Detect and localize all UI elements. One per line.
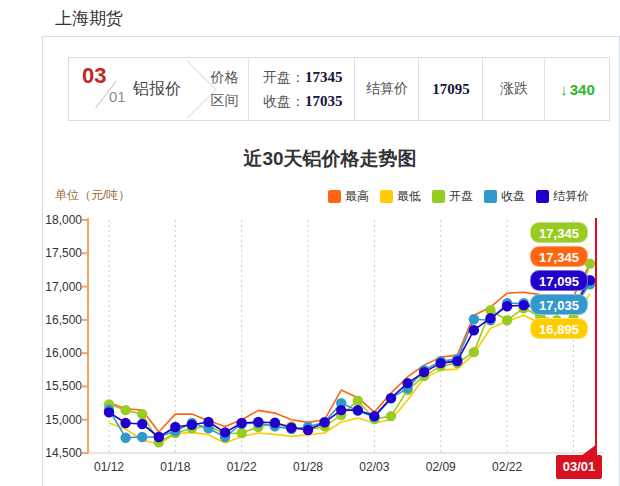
data-point-settle [452,356,462,366]
data-point-settle [419,367,429,377]
current-date-marker-line [595,218,597,456]
x-tick-label: 02/03 [352,460,396,474]
y-tick-label: 14,500 [36,446,82,460]
y-tick-label: 17,500 [36,246,82,260]
data-point-settle [319,417,329,427]
data-point-settle [436,358,446,368]
data-point-settle [469,325,479,335]
value-badge-high: 17,345 [530,246,588,267]
value-badge-settle: 17,095 [530,270,588,291]
data-point-open [469,347,479,357]
data-point-settle [154,432,164,442]
x-tick-label: 01/22 [220,460,264,474]
series-line-low [109,294,590,444]
data-point-open [386,411,396,421]
data-point-close [137,432,147,442]
data-point-close [469,314,479,324]
data-point-settle [402,378,412,388]
price-trend-chart-canvas[interactable] [0,0,620,486]
data-point-settle [237,418,247,428]
data-point-settle [203,417,213,427]
x-tick-label: 01/28 [286,460,330,474]
data-point-settle [220,427,230,437]
data-point-settle [502,301,512,311]
data-point-settle [104,407,114,417]
data-point-settle [369,411,379,421]
data-point-open [137,409,147,419]
series-line-open [109,264,590,443]
value-badge-close: 17,035 [530,294,588,315]
x-tick-label: 02/22 [485,460,529,474]
data-point-settle [353,405,363,415]
data-point-open [120,405,130,415]
y-tick-label: 15,000 [36,413,82,427]
y-tick-label: 18,000 [36,213,82,227]
x-tick-label: 01/18 [153,460,197,474]
data-point-settle [270,418,280,428]
data-point-settle [137,419,147,429]
x-tick-label: 01/12 [87,460,131,474]
data-point-settle [120,418,130,428]
data-point-settle [187,420,197,430]
data-point-open [502,315,512,325]
data-point-settle [253,417,263,427]
data-point-close [120,433,130,443]
y-tick-label: 17,000 [36,280,82,294]
data-point-settle [170,422,180,432]
y-tick-label: 15,500 [36,379,82,393]
data-point-settle [286,423,296,433]
current-date-badge: 03/01 [556,455,602,479]
x-tick-label: 02/09 [419,460,463,474]
data-point-open [237,428,247,438]
data-point-settle [519,300,529,310]
data-point-settle [386,393,396,403]
data-point-settle [303,425,313,435]
data-point-settle [336,405,346,415]
y-tick-label: 16,500 [36,313,82,327]
value-badge-low: 16,895 [530,318,588,339]
data-point-open [353,396,363,406]
value-badge-open: 17,345 [530,222,588,243]
y-tick-label: 16,000 [36,346,82,360]
shanghai-futures-page: 上海期货 03 01 铝报价 价格 区间 开盘：17345 收盘：17035 结… [0,0,620,486]
data-point-settle [485,313,495,323]
